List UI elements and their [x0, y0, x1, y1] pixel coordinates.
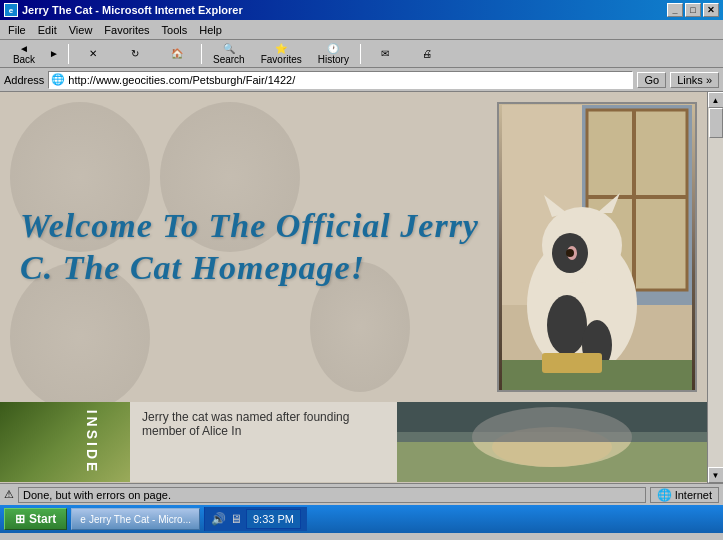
- address-label: Address: [4, 74, 44, 86]
- address-icon: 🌐: [51, 73, 65, 86]
- globe-icon: 🌐: [657, 488, 672, 502]
- home-icon: 🏠: [171, 48, 183, 59]
- svg-rect-4: [632, 110, 636, 290]
- address-url: http://www.geocities.com/Petsburgh/Fair/…: [68, 74, 295, 86]
- mail-icon: ✉: [381, 48, 389, 59]
- system-tray: 🔊 🖥 9:33 PM: [204, 507, 307, 531]
- back-button[interactable]: ◄ Back: [4, 42, 44, 66]
- taskbar: ⊞ Start e Jerry The Cat - Micro... 🔊 🖥 9…: [0, 505, 723, 533]
- clock: 9:33 PM: [246, 509, 301, 529]
- start-button[interactable]: ⊞ Start: [4, 508, 67, 530]
- search-icon: 🔍: [223, 43, 235, 54]
- print-icon: 🖨: [422, 48, 432, 59]
- ie-taskbar-icon: e: [80, 514, 86, 525]
- description-box: Jerry the cat was named after founding m…: [130, 402, 397, 482]
- taskbar-window-item[interactable]: e Jerry The Cat - Micro...: [71, 508, 200, 530]
- website: Welcome to the official Jerry C. the Cat…: [0, 92, 707, 483]
- inside-label: INSIDE: [85, 410, 101, 475]
- scroll-down-arrow[interactable]: ▼: [708, 467, 724, 483]
- browser-content: Welcome to the official Jerry C. the Cat…: [0, 92, 723, 483]
- mail-button[interactable]: ✉: [365, 42, 405, 66]
- scroll-up-arrow[interactable]: ▲: [708, 92, 724, 108]
- web-bottom-section: INSIDE Jerry the cat was named after fou…: [0, 402, 707, 482]
- window-title: Jerry The Cat - Microsoft Internet Explo…: [22, 4, 243, 16]
- favorites-icon: ⭐: [275, 43, 287, 54]
- cat-photo: [497, 102, 697, 392]
- stop-icon: ✕: [89, 48, 97, 59]
- welcome-section: Welcome to the official Jerry C. the Cat…: [10, 102, 497, 392]
- vertical-scrollbar[interactable]: ▲ ▼: [707, 92, 723, 483]
- forward-button[interactable]: ►: [44, 42, 64, 66]
- welcome-title: Welcome to the official Jerry C. the Cat…: [20, 205, 487, 290]
- links-button[interactable]: Links »: [670, 72, 719, 88]
- svg-point-7: [547, 295, 587, 355]
- toolbar: ◄ Back ► ✕ ↻ 🏠 🔍 Search ⭐ Favorites 🕐 Hi…: [0, 40, 723, 68]
- status-bar: ⚠ Done, but with errors on page. 🌐 Inter…: [0, 483, 723, 505]
- scroll-thumb[interactable]: [709, 108, 723, 138]
- toolbar-separator-2: [201, 44, 202, 64]
- maximize-button[interactable]: □: [685, 3, 701, 17]
- app-icon: e: [4, 3, 18, 17]
- title-bar: e Jerry The Cat - Microsoft Internet Exp…: [0, 0, 723, 20]
- windows-icon: ⊞: [15, 512, 25, 526]
- svg-rect-5: [587, 195, 687, 199]
- forward-arrow-icon: ►: [49, 48, 59, 59]
- status-message: Done, but with errors on page.: [18, 487, 646, 503]
- toolbar-separator-3: [360, 44, 361, 64]
- cat-photo-svg: [502, 105, 692, 390]
- address-bar: Address 🌐 http://www.geocities.com/Petsb…: [0, 68, 723, 92]
- menu-view[interactable]: View: [63, 22, 99, 38]
- second-cat-photo: [397, 402, 707, 482]
- internet-zone: 🌐 Internet: [650, 487, 719, 503]
- search-button[interactable]: 🔍 Search: [206, 42, 252, 66]
- scroll-track[interactable]: [708, 108, 723, 467]
- minimize-button[interactable]: _: [667, 3, 683, 17]
- refresh-icon: ↻: [131, 48, 139, 59]
- toolbar-separator-1: [68, 44, 69, 64]
- address-input[interactable]: 🌐 http://www.geocities.com/Petsburgh/Fai…: [48, 71, 633, 89]
- go-button[interactable]: Go: [637, 72, 666, 88]
- menu-help[interactable]: Help: [193, 22, 228, 38]
- inside-thumbnail: INSIDE: [0, 402, 130, 482]
- history-icon: 🕐: [327, 43, 339, 54]
- description-text: Jerry the cat was named after founding m…: [142, 410, 349, 438]
- refresh-button[interactable]: ↻: [115, 42, 155, 66]
- menu-tools[interactable]: Tools: [156, 22, 194, 38]
- svg-point-14: [566, 249, 574, 257]
- web-main-section: Welcome to the official Jerry C. the Cat…: [0, 92, 707, 402]
- back-arrow-icon: ◄: [19, 43, 29, 54]
- favorites-button[interactable]: ⭐ Favorites: [254, 42, 309, 66]
- home-button[interactable]: 🏠: [157, 42, 197, 66]
- print-button[interactable]: 🖨: [407, 42, 447, 66]
- history-button[interactable]: 🕐 History: [311, 42, 356, 66]
- tray-icon-1: 🔊: [211, 512, 226, 526]
- status-warning-icon: ⚠: [4, 488, 14, 501]
- menu-favorites[interactable]: Favorites: [98, 22, 155, 38]
- svg-rect-16: [542, 353, 602, 373]
- stop-button[interactable]: ✕: [73, 42, 113, 66]
- menu-file[interactable]: File: [2, 22, 32, 38]
- second-cat-svg: [397, 402, 707, 482]
- menu-bar: File Edit View Favorites Tools Help: [0, 20, 723, 40]
- close-button[interactable]: ✕: [703, 3, 719, 17]
- svg-rect-21: [397, 402, 707, 442]
- menu-edit[interactable]: Edit: [32, 22, 63, 38]
- tray-icon-2: 🖥: [230, 512, 242, 526]
